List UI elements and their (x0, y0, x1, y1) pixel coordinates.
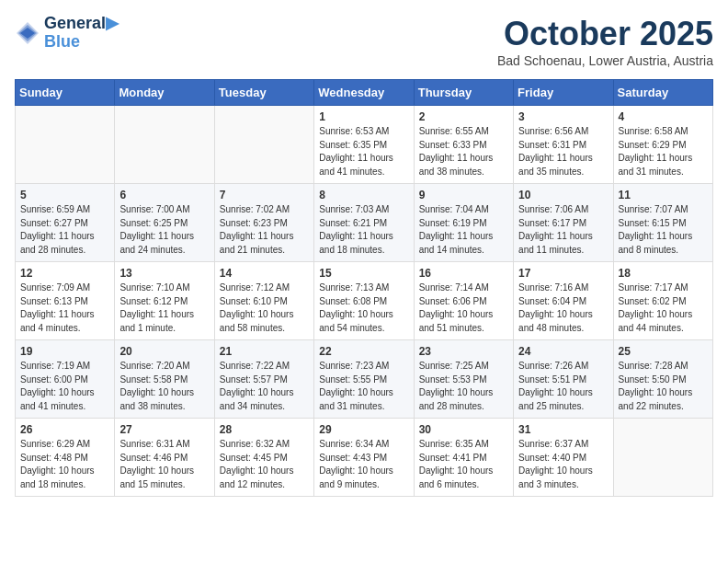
calendar-cell: 30Sunrise: 6:35 AM Sunset: 4:41 PM Dayli… (414, 419, 513, 497)
weekday-header-saturday: Saturday (613, 80, 712, 106)
day-number: 9 (419, 189, 508, 201)
calendar-cell: 1Sunrise: 6:53 AM Sunset: 6:35 PM Daylig… (314, 106, 414, 184)
weekday-header-friday: Friday (514, 80, 613, 106)
calendar-cell: 4Sunrise: 6:58 AM Sunset: 6:29 PM Daylig… (613, 106, 712, 184)
weekday-header-wednesday: Wednesday (314, 80, 414, 106)
day-number: 2 (419, 110, 508, 123)
calendar-week-4: 19Sunrise: 7:19 AM Sunset: 6:00 PM Dayli… (16, 340, 713, 419)
day-info: Sunrise: 6:37 AM Sunset: 4:40 PM Dayligh… (518, 438, 608, 491)
weekday-header-tuesday: Tuesday (214, 80, 313, 106)
day-number: 18 (619, 267, 708, 280)
logo-icon (15, 20, 40, 46)
calendar-cell: 19Sunrise: 7:19 AM Sunset: 6:00 PM Dayli… (16, 340, 115, 419)
day-number: 28 (220, 423, 309, 436)
calendar-week-1: 1Sunrise: 6:53 AM Sunset: 6:35 PM Daylig… (16, 106, 713, 184)
calendar-cell: 18Sunrise: 7:17 AM Sunset: 6:02 PM Dayli… (613, 262, 712, 340)
logo: General▶ Blue (15, 15, 119, 52)
calendar-cell (115, 106, 214, 184)
day-info: Sunrise: 7:19 AM Sunset: 6:00 PM Dayligh… (20, 360, 109, 413)
day-number: 12 (20, 267, 109, 280)
day-number: 5 (20, 189, 109, 201)
day-number: 23 (419, 345, 508, 358)
day-info: Sunrise: 6:34 AM Sunset: 4:43 PM Dayligh… (319, 438, 408, 491)
day-info: Sunrise: 7:16 AM Sunset: 6:04 PM Dayligh… (518, 282, 608, 335)
calendar-cell: 15Sunrise: 7:13 AM Sunset: 6:08 PM Dayli… (314, 262, 414, 340)
weekday-header-monday: Monday (115, 80, 214, 106)
month-title: October 2025 (497, 15, 713, 53)
calendar-week-2: 5Sunrise: 6:59 AM Sunset: 6:27 PM Daylig… (16, 184, 713, 262)
day-info: Sunrise: 6:31 AM Sunset: 4:46 PM Dayligh… (119, 438, 209, 491)
day-number: 20 (119, 345, 209, 358)
day-number: 8 (319, 189, 408, 201)
calendar-cell: 22Sunrise: 7:23 AM Sunset: 5:55 PM Dayli… (314, 340, 414, 419)
day-number: 14 (220, 267, 309, 280)
calendar-cell: 27Sunrise: 6:31 AM Sunset: 4:46 PM Dayli… (115, 419, 214, 497)
calendar-cell: 26Sunrise: 6:29 AM Sunset: 4:48 PM Dayli… (16, 419, 115, 497)
day-number: 17 (518, 267, 608, 280)
day-info: Sunrise: 7:28 AM Sunset: 5:50 PM Dayligh… (619, 360, 708, 413)
day-number: 15 (319, 267, 408, 280)
calendar-cell: 9Sunrise: 7:04 AM Sunset: 6:19 PM Daylig… (414, 184, 513, 262)
calendar-cell: 16Sunrise: 7:14 AM Sunset: 6:06 PM Dayli… (414, 262, 513, 340)
day-number: 3 (518, 110, 608, 123)
calendar-week-3: 12Sunrise: 7:09 AM Sunset: 6:13 PM Dayli… (16, 262, 713, 340)
location-subtitle: Bad Schoenau, Lower Austria, Austria (497, 53, 713, 68)
day-number: 6 (119, 189, 209, 201)
day-info: Sunrise: 7:26 AM Sunset: 5:51 PM Dayligh… (518, 360, 608, 413)
day-info: Sunrise: 7:00 AM Sunset: 6:25 PM Dayligh… (119, 203, 209, 257)
day-number: 25 (619, 345, 708, 358)
day-info: Sunrise: 6:59 AM Sunset: 6:27 PM Dayligh… (20, 203, 109, 257)
day-info: Sunrise: 6:56 AM Sunset: 6:31 PM Dayligh… (518, 125, 608, 178)
page-header: General▶ Blue October 2025 Bad Schoenau,… (15, 15, 713, 68)
calendar-cell: 24Sunrise: 7:26 AM Sunset: 5:51 PM Dayli… (514, 340, 613, 419)
calendar-cell: 28Sunrise: 6:32 AM Sunset: 4:45 PM Dayli… (214, 419, 313, 497)
day-number: 29 (319, 423, 408, 436)
calendar-cell: 29Sunrise: 6:34 AM Sunset: 4:43 PM Dayli… (314, 419, 414, 497)
day-number: 13 (119, 267, 209, 280)
calendar-cell: 25Sunrise: 7:28 AM Sunset: 5:50 PM Dayli… (613, 340, 712, 419)
day-info: Sunrise: 7:17 AM Sunset: 6:02 PM Dayligh… (619, 282, 708, 335)
day-info: Sunrise: 6:32 AM Sunset: 4:45 PM Dayligh… (220, 438, 309, 491)
calendar-cell: 23Sunrise: 7:25 AM Sunset: 5:53 PM Dayli… (414, 340, 513, 419)
calendar-cell: 8Sunrise: 7:03 AM Sunset: 6:21 PM Daylig… (314, 184, 414, 262)
day-info: Sunrise: 7:06 AM Sunset: 6:17 PM Dayligh… (518, 203, 608, 257)
day-number: 31 (518, 423, 608, 436)
day-info: Sunrise: 7:07 AM Sunset: 6:15 PM Dayligh… (619, 203, 708, 257)
calendar-cell: 12Sunrise: 7:09 AM Sunset: 6:13 PM Dayli… (16, 262, 115, 340)
calendar-cell: 31Sunrise: 6:37 AM Sunset: 4:40 PM Dayli… (514, 419, 613, 497)
day-info: Sunrise: 7:22 AM Sunset: 5:57 PM Dayligh… (220, 360, 309, 413)
day-info: Sunrise: 7:13 AM Sunset: 6:08 PM Dayligh… (319, 282, 408, 335)
weekday-header-thursday: Thursday (414, 80, 513, 106)
day-number: 16 (419, 267, 508, 280)
day-info: Sunrise: 7:04 AM Sunset: 6:19 PM Dayligh… (419, 203, 508, 257)
day-number: 4 (619, 110, 708, 123)
title-area: October 2025 Bad Schoenau, Lower Austria… (497, 15, 713, 68)
day-number: 26 (20, 423, 109, 436)
logo-text: General▶ Blue (44, 15, 119, 52)
day-info: Sunrise: 7:14 AM Sunset: 6:06 PM Dayligh… (419, 282, 508, 335)
day-info: Sunrise: 6:55 AM Sunset: 6:33 PM Dayligh… (419, 125, 508, 178)
day-number: 11 (619, 189, 708, 201)
day-info: Sunrise: 6:35 AM Sunset: 4:41 PM Dayligh… (419, 438, 508, 491)
day-number: 24 (518, 345, 608, 358)
day-info: Sunrise: 6:29 AM Sunset: 4:48 PM Dayligh… (20, 438, 109, 491)
day-number: 21 (220, 345, 309, 358)
day-info: Sunrise: 7:10 AM Sunset: 6:12 PM Dayligh… (119, 282, 209, 335)
calendar-cell: 11Sunrise: 7:07 AM Sunset: 6:15 PM Dayli… (613, 184, 712, 262)
day-info: Sunrise: 7:25 AM Sunset: 5:53 PM Dayligh… (419, 360, 508, 413)
calendar-cell: 6Sunrise: 7:00 AM Sunset: 6:25 PM Daylig… (115, 184, 214, 262)
calendar-cell: 7Sunrise: 7:02 AM Sunset: 6:23 PM Daylig… (214, 184, 313, 262)
day-info: Sunrise: 6:53 AM Sunset: 6:35 PM Dayligh… (319, 125, 408, 178)
calendar-cell: 17Sunrise: 7:16 AM Sunset: 6:04 PM Dayli… (514, 262, 613, 340)
day-number: 19 (20, 345, 109, 358)
day-number: 30 (419, 423, 508, 436)
calendar-cell (16, 106, 115, 184)
weekday-header-sunday: Sunday (16, 80, 115, 106)
calendar-cell (214, 106, 313, 184)
calendar-table: SundayMondayTuesdayWednesdayThursdayFrid… (15, 79, 713, 497)
calendar-cell: 3Sunrise: 6:56 AM Sunset: 6:31 PM Daylig… (514, 106, 613, 184)
calendar-cell: 2Sunrise: 6:55 AM Sunset: 6:33 PM Daylig… (414, 106, 513, 184)
day-number: 22 (319, 345, 408, 358)
day-info: Sunrise: 7:03 AM Sunset: 6:21 PM Dayligh… (319, 203, 408, 257)
day-info: Sunrise: 7:09 AM Sunset: 6:13 PM Dayligh… (20, 282, 109, 335)
